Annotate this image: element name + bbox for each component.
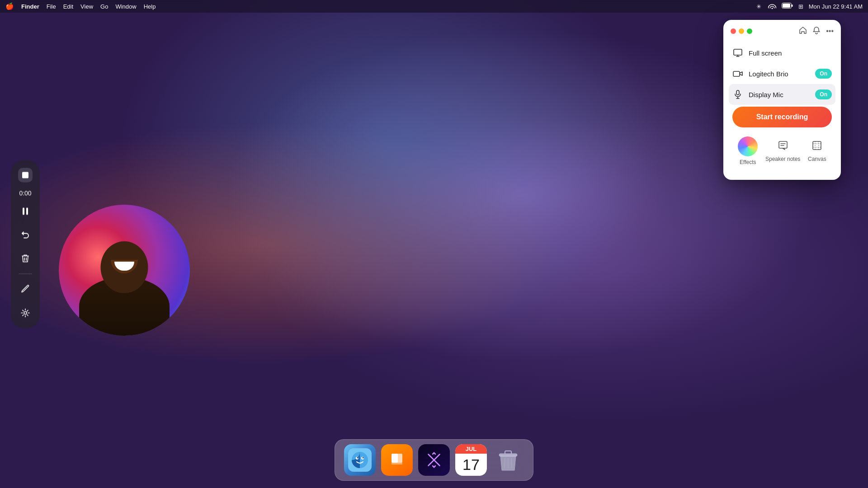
dock-item-calendar[interactable]: JUL 17 [455, 444, 487, 476]
datetime: Mon Jun 22 9:41 AM [809, 3, 863, 10]
svg-rect-6 [736, 90, 739, 95]
delete-button[interactable] [15, 249, 35, 268]
camera-label: Logitech Brio [749, 70, 810, 78]
speaker-notes-label: Speaker notes [765, 156, 800, 162]
svg-point-3 [24, 312, 27, 314]
toolbar-divider [19, 274, 32, 274]
stop-icon [22, 172, 28, 178]
speaker-notes-icon [778, 140, 788, 153]
timer-display: 0:00 [19, 189, 31, 198]
mic-toggle[interactable]: On [815, 89, 832, 99]
draw-icon [20, 285, 30, 295]
effects-button[interactable]: Effects [738, 136, 758, 165]
close-button[interactable] [731, 28, 736, 34]
svg-rect-4 [734, 49, 742, 55]
dock-item-finder[interactable] [344, 444, 376, 476]
effects-circle-icon [738, 136, 758, 156]
menu-go[interactable]: Go [100, 3, 108, 10]
start-recording-label: Start recording [756, 113, 808, 121]
svg-rect-7 [779, 141, 787, 148]
canvas-label: Canvas [808, 156, 826, 162]
home-icon[interactable] [799, 26, 807, 36]
panel-header-actions: ••• [799, 26, 834, 36]
svg-rect-1 [783, 4, 790, 8]
mic-option[interactable]: Display Mic On [729, 84, 835, 105]
effects-label: Effects [740, 159, 756, 165]
traffic-lights [731, 28, 752, 34]
menu-status-icon[interactable]: ⊞ [798, 3, 803, 10]
draw-button[interactable] [15, 280, 35, 300]
maximize-button[interactable] [747, 28, 752, 34]
camera-feed [59, 205, 190, 336]
svg-rect-8 [813, 141, 821, 150]
calendar-day: 17 [455, 454, 487, 476]
dock-item-books[interactable] [381, 444, 413, 476]
pause-icon [23, 208, 28, 215]
camera-option[interactable]: Logitech Brio On [729, 63, 835, 84]
dock: JUL 17 [335, 439, 533, 481]
svg-rect-25 [499, 454, 517, 456]
speaker-notes-button[interactable]: Speaker notes [765, 140, 800, 162]
left-toolbar: 0:00 [11, 160, 40, 328]
menu-bar: 🍎 Finder File Edit View Go Window Help ✳… [0, 0, 868, 13]
wifi-icon[interactable] [768, 3, 776, 10]
stop-button[interactable] [15, 165, 35, 185]
books-icon [381, 444, 413, 476]
start-recording-button[interactable]: Start recording [732, 107, 832, 127]
menu-edit[interactable]: Edit [63, 3, 73, 10]
recording-panel: ••• Full screen Logitech Brio On [723, 20, 841, 180]
finder-icon [344, 444, 376, 476]
notchmeister-dock-icon [418, 444, 450, 476]
camera-background [59, 205, 190, 336]
canvas-icon [811, 140, 822, 153]
svg-point-13 [357, 457, 359, 459]
camera-toggle[interactable]: On [815, 69, 832, 79]
svg-rect-2 [792, 5, 793, 7]
more-icon[interactable]: ••• [826, 27, 834, 35]
canvas-button[interactable]: Canvas [808, 140, 826, 162]
undo-button[interactable] [15, 225, 35, 245]
camera-icon [732, 69, 743, 79]
bell-icon[interactable] [812, 26, 821, 36]
menu-file[interactable]: File [47, 3, 56, 10]
sparkles-icon [20, 308, 30, 318]
svg-rect-5 [733, 71, 740, 76]
menu-window[interactable]: Window [115, 3, 136, 10]
dock-item-notchmeister[interactable] [418, 444, 450, 476]
battery-icon[interactable] [782, 3, 793, 10]
minimize-button[interactable] [739, 28, 744, 34]
app-name[interactable]: Finder [21, 3, 39, 10]
full-screen-label: Full screen [749, 49, 832, 57]
svg-line-28 [511, 459, 512, 468]
effects-toolbar-button[interactable] [15, 303, 35, 323]
monitor-icon [732, 48, 743, 58]
apple-menu[interactable]: 🍎 [5, 2, 14, 10]
pause-button[interactable] [15, 202, 35, 221]
calendar-month: JUL [455, 444, 487, 454]
menu-help[interactable]: Help [144, 3, 156, 10]
svg-rect-16 [396, 454, 402, 463]
panel-body: Full screen Logitech Brio On Di [723, 41, 841, 180]
dock-item-trash[interactable] [492, 444, 524, 476]
undo-icon [20, 230, 30, 240]
full-screen-option[interactable]: Full screen [729, 42, 835, 63]
mic-icon [732, 89, 743, 99]
calendar-icon: JUL 17 [455, 444, 487, 476]
notchmeister-icon[interactable]: ✳ [755, 3, 763, 10]
trash-icon [492, 444, 524, 476]
menu-view[interactable]: View [80, 3, 93, 10]
svg-point-14 [363, 457, 364, 459]
svg-line-26 [505, 459, 505, 468]
panel-footer: Effects Speaker notes [729, 133, 835, 173]
mic-label: Display Mic [749, 91, 810, 99]
panel-header: ••• [723, 20, 841, 41]
delete-icon [20, 253, 30, 263]
